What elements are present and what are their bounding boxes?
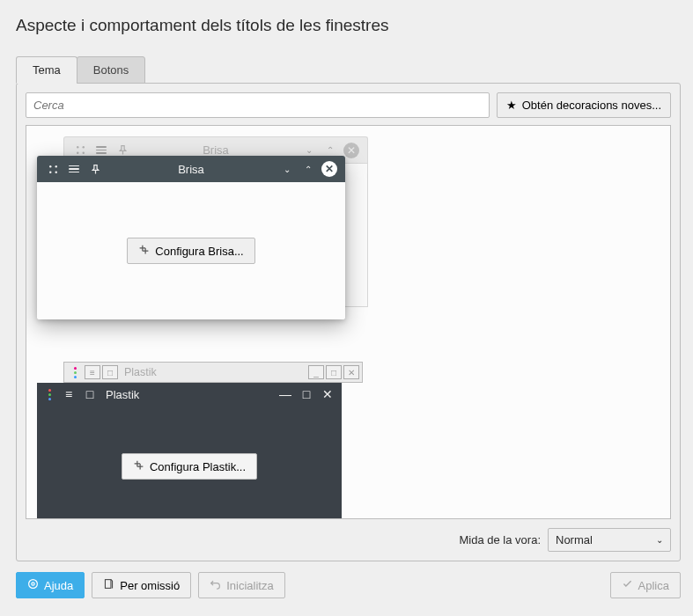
plastik-inactive-titlebar: ≡ □ Plastik _ □ ✕ xyxy=(63,362,363,383)
plastik-inactive-preview: ≡ □ Plastik _ □ ✕ xyxy=(63,362,363,383)
theme-item-brisa[interactable]: Brisa ⌄ ⌃ ✕ Brisa ⌄ xyxy=(37,136,354,328)
tab-bar: Tema Botons xyxy=(16,56,693,84)
border-size-value: Normal xyxy=(556,533,593,546)
maximize-icon: □ xyxy=(81,386,99,402)
defaults-button[interactable]: Per omissió xyxy=(92,572,191,598)
svg-point-3 xyxy=(82,152,84,154)
reset-button: Inicialitza xyxy=(198,572,284,598)
theme-panel: ★ Obtén decoracions noves... Brisa ⌄ ⌃ xyxy=(16,83,681,561)
pin-icon xyxy=(87,161,103,177)
svg-point-4 xyxy=(49,165,51,167)
svg-point-1 xyxy=(82,146,84,148)
help-icon xyxy=(27,578,39,592)
app-menu-icon xyxy=(42,389,56,400)
defaults-label: Per omissió xyxy=(120,579,180,592)
get-more-label: Obtén decoracions noves... xyxy=(522,99,661,112)
hamburger-icon xyxy=(66,161,82,177)
page-title: Aspecte i comportament dels títols de le… xyxy=(0,0,693,44)
configure-icon xyxy=(133,459,144,473)
maximize-icon: □ xyxy=(298,386,315,402)
star-icon: ★ xyxy=(506,99,517,112)
brisa-inactive-title: Brisa xyxy=(133,143,299,157)
hamburger-icon: ≡ xyxy=(85,365,100,379)
configure-plastik-label: Configura Plastik... xyxy=(150,460,246,473)
svg-point-9 xyxy=(32,583,34,585)
border-size-label: Mida de la vora: xyxy=(460,533,542,546)
close-icon: ✕ xyxy=(343,143,359,158)
maximize-icon: □ xyxy=(102,365,118,379)
plastik-inactive-title: Plastik xyxy=(124,366,157,378)
minimize-icon: — xyxy=(276,386,294,402)
configure-brisa-label: Configura Brisa... xyxy=(155,245,243,258)
apply-button: Aplica xyxy=(610,572,681,598)
top-row: ★ Obtén decoracions noves... xyxy=(26,92,671,118)
svg-point-0 xyxy=(77,146,78,148)
configure-icon xyxy=(138,244,150,258)
svg-point-6 xyxy=(49,171,51,172)
theme-item-plastik[interactable]: ≡ □ Plastik _ □ ✕ ≡ □ Plastik — □ xyxy=(37,362,354,519)
reset-label: Inicialitza xyxy=(226,579,273,592)
svg-point-7 xyxy=(55,171,56,172)
brisa-active-titlebar: Brisa ⌄ ⌃ ✕ xyxy=(37,156,345,182)
configure-brisa-button[interactable]: Configura Brisa... xyxy=(127,238,254,264)
tab-buttons[interactable]: Botons xyxy=(77,56,145,84)
check-icon xyxy=(622,578,633,592)
svg-point-8 xyxy=(29,580,38,589)
theme-list[interactable]: Brisa ⌄ ⌃ ✕ Brisa ⌄ xyxy=(26,125,671,519)
chevron-down-icon: ⌄ xyxy=(656,535,663,545)
close-icon: ✕ xyxy=(321,161,337,177)
chevron-up-icon: ⌃ xyxy=(300,161,316,177)
svg-point-5 xyxy=(55,165,56,167)
search-input[interactable] xyxy=(26,92,490,118)
maximize-icon: □ xyxy=(326,365,342,379)
plastik-active-titlebar: ≡ □ Plastik — □ ✕ xyxy=(37,383,342,406)
chevron-down-icon: ⌄ xyxy=(279,161,295,177)
brisa-active-body: Configura Brisa... xyxy=(37,182,345,319)
border-size-row: Mida de la vora: Normal ⌄ xyxy=(26,528,671,552)
brisa-active-title: Brisa xyxy=(106,163,276,176)
plastik-active-title: Plastik xyxy=(106,388,139,401)
tab-theme[interactable]: Tema xyxy=(16,56,77,84)
hamburger-icon: ≡ xyxy=(60,386,77,402)
brisa-active-preview: Brisa ⌄ ⌃ ✕ Configura Brisa... xyxy=(37,156,345,319)
help-button[interactable]: Ajuda xyxy=(16,572,85,598)
svg-point-2 xyxy=(77,152,78,154)
footer-bar: Ajuda Per omissió Inicialitza Aplica xyxy=(0,561,693,609)
plastik-active-body: Configura Plastik... xyxy=(37,406,342,519)
border-size-select[interactable]: Normal ⌄ xyxy=(548,528,671,552)
svg-rect-10 xyxy=(106,580,112,589)
close-icon: ✕ xyxy=(319,386,336,402)
configure-plastik-button[interactable]: Configura Plastik... xyxy=(122,453,257,480)
help-label: Ajuda xyxy=(44,579,73,592)
undo-icon xyxy=(210,578,221,592)
close-icon: ✕ xyxy=(343,365,359,379)
app-menu-icon xyxy=(45,161,61,177)
app-menu-icon xyxy=(68,367,82,378)
apply-label: Aplica xyxy=(638,579,669,592)
minimize-icon: _ xyxy=(308,365,324,379)
plastik-active-preview: ≡ □ Plastik — □ ✕ Configura Plastik... xyxy=(37,383,342,519)
document-icon xyxy=(103,578,114,592)
get-new-decorations-button[interactable]: ★ Obtén decoracions noves... xyxy=(497,92,671,118)
